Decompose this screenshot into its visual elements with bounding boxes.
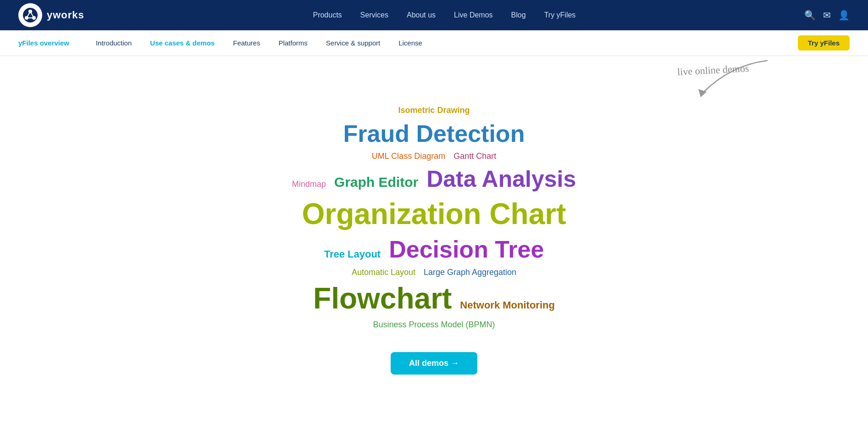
arrow-svg (639, 56, 785, 102)
all-demos-button[interactable]: All demos → (391, 352, 477, 375)
word-organization-chart[interactable]: Organization Chart (302, 196, 566, 232)
subnav-license[interactable]: License (390, 36, 431, 50)
subnav-platforms[interactable]: Platforms (270, 36, 315, 50)
main-content: live online demos Isometric Drawing Frau… (0, 56, 868, 405)
word-cloud-row-4: Mindmap Graph Editor Data Analysis (237, 165, 631, 193)
sub-nav-brand[interactable]: yFiles overview (18, 39, 69, 47)
word-network-monitoring[interactable]: Network Monitoring (460, 299, 555, 311)
subnav-introduction[interactable]: Introduction (88, 36, 140, 50)
search-icon[interactable]: 🔍 (804, 10, 816, 21)
sub-navigation: yFiles overview Introduction Use cases &… (0, 30, 868, 56)
nav-about[interactable]: About us (399, 7, 443, 23)
word-isometric-drawing[interactable]: Isometric Drawing (398, 106, 470, 116)
logo-text: yworks (47, 9, 84, 21)
word-fraud-detection[interactable]: Fraud Detection (343, 119, 525, 148)
subnav-service[interactable]: Service & support (318, 36, 388, 50)
nav-blog[interactable]: Blog (504, 7, 533, 23)
word-cloud-row-7: Automatic Layout Large Graph Aggregation (237, 268, 631, 278)
word-gantt-chart[interactable]: Gantt Chart (453, 151, 496, 162)
logo-link[interactable]: yworks (18, 3, 84, 27)
top-nav-icons: 🔍 ✉ 👤 (804, 10, 850, 21)
word-tree-layout[interactable]: Tree Layout (324, 248, 381, 260)
top-nav-links: Products Services About us Live Demos Bl… (305, 7, 583, 23)
word-data-analysis[interactable]: Data Analysis (426, 165, 576, 193)
nav-services[interactable]: Services (353, 7, 396, 23)
word-automatic-layout[interactable]: Automatic Layout (352, 268, 415, 278)
nav-products[interactable]: Products (305, 7, 349, 23)
word-flowchart[interactable]: Flowchart (313, 281, 452, 316)
word-cloud: Isometric Drawing Fraud Detection UML Cl… (228, 102, 641, 334)
word-cloud-row-5: Organization Chart (237, 196, 631, 232)
user-icon[interactable]: 👤 (838, 10, 850, 21)
try-yfiles-button[interactable]: Try yFiles (798, 35, 850, 50)
word-large-graph[interactable]: Large Graph Aggregation (424, 268, 516, 278)
word-cloud-row-6: Tree Layout Decision Tree (237, 235, 631, 263)
annotation-text: live online demos (677, 62, 749, 78)
word-cloud-row-2: Fraud Detection (237, 119, 631, 148)
word-cloud-row-9: Business Process Model (BPMN) (237, 320, 631, 330)
sub-nav-links: Introduction Use cases & demos Features … (88, 36, 798, 50)
top-navigation: yworks Products Services About us Live D… (0, 0, 868, 30)
nav-try-yfiles[interactable]: Try yFiles (537, 7, 583, 23)
nav-live-demos[interactable]: Live Demos (447, 7, 500, 23)
mail-icon[interactable]: ✉ (823, 10, 831, 21)
word-cloud-row-3: UML Class Diagram Gantt Chart (237, 151, 631, 162)
word-decision-tree[interactable]: Decision Tree (389, 235, 544, 263)
subnav-use-cases[interactable]: Use cases & demos (142, 36, 223, 50)
word-uml-class-diagram[interactable]: UML Class Diagram (372, 151, 445, 162)
word-mindmap[interactable]: Mindmap (292, 179, 326, 190)
svg-marker-7 (698, 89, 707, 97)
word-bpmn[interactable]: Business Process Model (BPMN) (373, 320, 495, 330)
word-cloud-row-8: Flowchart Network Monitoring (237, 281, 631, 316)
annotation-area: live online demos (0, 56, 868, 106)
word-cloud-row-1: Isometric Drawing (237, 106, 631, 116)
logo-icon (18, 3, 42, 27)
word-graph-editor[interactable]: Graph Editor (334, 174, 418, 191)
subnav-features[interactable]: Features (225, 36, 268, 50)
